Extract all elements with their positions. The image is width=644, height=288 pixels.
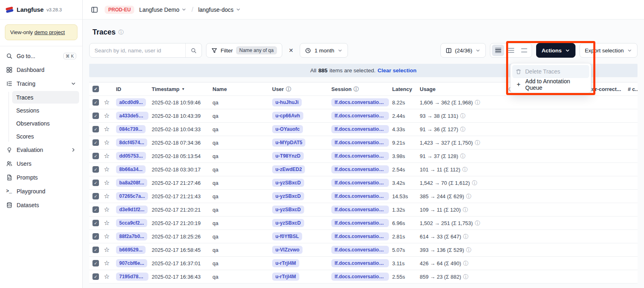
sidebar-item-tracing[interactable]: Tracing — [3, 77, 79, 90]
sidebar-item-playground[interactable]: >_ Playground — [3, 185, 79, 198]
menu-item-add-to-annotation-queue[interactable]: + Add to Annotation Queue — [512, 78, 589, 91]
trace-id-badge[interactable]: 907cbf6e... — [116, 259, 147, 267]
row-checkbox[interactable]: ✓ — [92, 126, 99, 132]
org-breadcrumb[interactable]: Langfuse Demo — [139, 6, 187, 13]
sidebar-item-datasets[interactable]: Datasets — [3, 199, 79, 212]
filter-chip[interactable]: Name any of qa — [236, 46, 277, 54]
table-row[interactable]: ✓ ☆ 084c739... 2025-02-18 10:04:33 qa u-… — [89, 123, 638, 136]
user-badge[interactable]: u-VIZzvwo — [272, 246, 303, 254]
star-icon[interactable]: ☆ — [104, 233, 109, 240]
user-badge[interactable]: u-zEwdED2 — [272, 165, 305, 173]
row-checkbox[interactable]: ✓ — [92, 206, 99, 213]
header-name[interactable]: Name — [213, 86, 272, 92]
project-breadcrumb[interactable]: langfuse-docs — [198, 6, 241, 13]
session-badge[interactable]: lf.docs.conversation... — [331, 206, 389, 214]
row-checkbox[interactable]: ✓ — [92, 139, 99, 146]
header-user[interactable]: Userⓘ — [272, 86, 331, 92]
user-badge[interactable]: u-rTrjI4M — [272, 259, 299, 267]
table-row[interactable]: ✓ ☆ 5cca9cf2... 2025-02-17 21:20:19 qa u… — [89, 217, 638, 230]
header-extra[interactable]: # c... — [628, 86, 638, 92]
row-checkbox[interactable]: ✓ — [92, 166, 99, 173]
user-badge[interactable]: u-yzSBxcD — [272, 179, 304, 187]
user-badge[interactable]: u-f0YfBSL — [272, 232, 302, 240]
clear-selection-link[interactable]: Clear selection — [378, 67, 416, 74]
trace-id-badge[interactable]: dd05753... — [116, 152, 146, 160]
trace-id-badge[interactable]: b669529... — [116, 246, 146, 254]
star-icon[interactable]: ☆ — [104, 126, 109, 132]
session-badge[interactable]: lf.docs.conversation... — [331, 152, 389, 160]
table-row[interactable]: ✓ ☆ 7195d78e... 2025-02-17 16:36:43 qa u… — [89, 270, 638, 284]
session-badge[interactable]: lf.docs.conversation... — [331, 112, 389, 120]
table-row[interactable]: ✓ ☆ 88f2a7b0... 2025-02-17 18:25:26 qa u… — [89, 230, 638, 243]
user-badge[interactable]: u-OYauofc — [272, 125, 303, 133]
sidebar-item-scores[interactable]: Scores — [12, 130, 79, 143]
star-icon[interactable]: ☆ — [104, 139, 109, 146]
sidebar-item-evaluation[interactable]: Evaluation — [3, 143, 79, 156]
star-icon[interactable]: ☆ — [104, 260, 109, 266]
header-usage[interactable]: Usage — [420, 86, 508, 92]
session-badge[interactable]: lf.docs.conversation... — [331, 219, 389, 227]
trace-id-badge[interactable]: 084c739... — [116, 125, 146, 133]
user-badge[interactable]: u-cp66Avh — [272, 112, 303, 120]
header-session[interactable]: Sessionⓘ — [331, 86, 392, 92]
sidebar-item-users[interactable]: Users — [3, 157, 79, 170]
user-badge[interactable]: u-yzSBxcD — [272, 206, 304, 214]
session-badge[interactable]: lf.docs.conversation... — [331, 98, 389, 106]
user-badge[interactable]: u-MYpDAT5 — [272, 139, 305, 147]
session-badge[interactable]: lf.docs.conversation... — [331, 139, 389, 147]
session-badge[interactable]: lf.docs.conversation... — [331, 125, 389, 133]
sidebar-item-observations[interactable]: Observations — [12, 117, 79, 130]
row-checkbox[interactable]: ✓ — [92, 233, 99, 240]
row-height-compact-button[interactable] — [492, 45, 504, 56]
table-row[interactable]: ✓ ☆ 07265c7a... 2025-02-17 21:21:43 qa u… — [89, 190, 638, 203]
menu-item-delete-traces[interactable]: Delete Traces — [512, 65, 589, 78]
session-badge[interactable]: lf.docs.conversation... — [331, 179, 389, 187]
user-badge[interactable]: u-yzSBxcD — [272, 219, 304, 227]
session-badge[interactable]: lf.docs.conversation... — [331, 273, 389, 281]
header-timestamp[interactable]: Timestamp▼ — [152, 86, 213, 92]
table-row[interactable]: ✓ ☆ a0cd0d9... 2025-02-18 10:59:46 qa u-… — [89, 96, 638, 109]
star-icon[interactable]: ☆ — [104, 247, 109, 253]
sidebar-item-prompts[interactable]: Prompts — [3, 171, 79, 184]
user-badge[interactable]: u-T98YnzD — [272, 152, 304, 160]
session-badge[interactable]: lf.docs.conversation... — [331, 259, 389, 267]
row-checkbox[interactable]: ✓ — [92, 99, 99, 106]
search-input[interactable] — [90, 48, 185, 54]
star-icon[interactable]: ☆ — [104, 113, 109, 119]
columns-button[interactable]: (24/36) — [440, 43, 486, 58]
trace-id-badge[interactable]: a433de51... — [116, 112, 148, 120]
header-latency[interactable]: Latency — [392, 86, 420, 92]
star-icon[interactable]: ☆ — [104, 166, 109, 173]
table-row[interactable]: ✓ ☆ 907cbf6e... 2025-02-17 16:37:01 qa u… — [89, 257, 638, 270]
table-row[interactable]: ✓ ☆ d3e9d1f2... 2025-02-17 21:20:21 qa u… — [89, 203, 638, 217]
row-checkbox[interactable]: ✓ — [92, 180, 99, 186]
row-checkbox[interactable]: ✓ — [92, 153, 99, 159]
session-badge[interactable]: lf.docs.conversation... — [331, 232, 389, 240]
trace-id-badge[interactable]: 7195d78e... — [116, 273, 148, 281]
trace-id-badge[interactable]: a0cd0d9... — [116, 98, 146, 106]
trace-id-badge[interactable]: d3e9d1f2... — [116, 206, 148, 214]
filter-button[interactable]: Filter Name any of qa — [206, 43, 282, 58]
clear-filter-button[interactable]: ✕ — [286, 45, 296, 55]
user-badge[interactable]: u-rTrjI4M — [272, 273, 299, 281]
search-submit-button[interactable] — [185, 43, 202, 57]
demo-project-link[interactable]: demo project — [34, 29, 65, 35]
sidebar-toggle-button[interactable] — [89, 4, 100, 15]
session-badge[interactable]: lf.docs.conversation... — [331, 165, 389, 173]
sidebar-item-traces[interactable]: Traces — [12, 91, 79, 104]
trace-id-badge[interactable]: 8dcf4574... — [116, 139, 147, 147]
table-row[interactable]: ✓ ☆ 8dcf4574... 2025-02-18 07:34:36 qa u… — [89, 136, 638, 149]
trace-id-badge[interactable]: 5cca9cf2... — [116, 219, 147, 227]
star-icon[interactable]: ☆ — [104, 153, 109, 159]
row-height-tall-button[interactable] — [518, 45, 530, 56]
trace-id-badge[interactable]: 88f2a7b0... — [116, 232, 147, 240]
trace-id-badge[interactable]: 8b66a34... — [116, 165, 146, 173]
table-row[interactable]: ✓ ☆ dd05753... 2025-02-18 05:13:54 qa u-… — [89, 149, 638, 163]
row-checkbox[interactable]: ✓ — [92, 260, 99, 266]
table-row[interactable]: ✓ ☆ ba8a208f... 2025-02-17 21:27:46 qa u… — [89, 176, 638, 190]
star-icon[interactable]: ☆ — [104, 273, 109, 280]
time-range-button[interactable]: 1 month — [300, 43, 348, 58]
sidebar-item-dashboard[interactable]: Dashboard — [3, 63, 79, 76]
star-icon[interactable]: ☆ — [104, 206, 109, 213]
session-badge[interactable]: lf.docs.conversation... — [331, 246, 389, 254]
